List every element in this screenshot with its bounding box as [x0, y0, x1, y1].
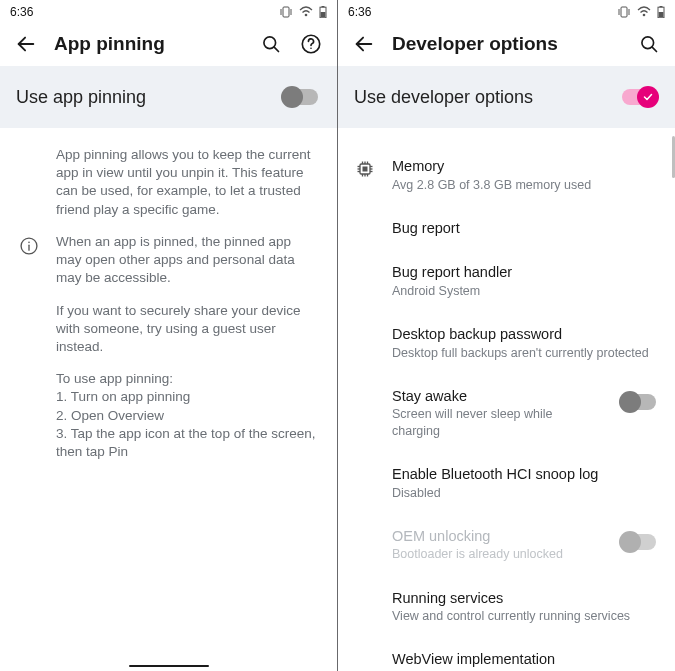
- page-title: Developer options: [392, 33, 621, 55]
- list-item-trailing: [619, 527, 659, 553]
- list-item-body: Bug report handlerAndroid System: [392, 263, 659, 299]
- info-paragraph: When an app is pinned, the pinned app ma…: [56, 233, 319, 288]
- list-item-title: Desktop backup password: [392, 325, 659, 344]
- list-item-subtitle: View and control currently running servi…: [392, 608, 659, 624]
- master-toggle-label: Use app pinning: [16, 87, 281, 108]
- svg-rect-26: [363, 167, 368, 172]
- list-item-title: Stay awake: [392, 387, 603, 406]
- svg-point-11: [310, 47, 312, 49]
- status-bar: 6:36: [338, 0, 675, 22]
- list-item-subtitle: Screen will never sleep while charging: [392, 406, 603, 439]
- svg-rect-15: [621, 7, 627, 17]
- info-text: App pinning allows you to keep the curre…: [56, 146, 319, 461]
- master-toggle-switch[interactable]: [619, 86, 659, 108]
- list-item-body: Desktop backup passwordDesktop full back…: [392, 325, 659, 361]
- list-item-title: Bug report handler: [392, 263, 659, 282]
- list-item-trailing: [619, 387, 659, 413]
- info-paragraph: 3. Tap the app icon at the top of the sc…: [56, 425, 319, 461]
- list-item-title: Enable Bluetooth HCI snoop log: [392, 465, 659, 484]
- info-block: App pinning allows you to keep the curre…: [0, 128, 337, 479]
- settings-list-item[interactable]: Running servicesView and control current…: [338, 576, 675, 638]
- list-item-title: OEM unlocking: [392, 527, 603, 546]
- list-item-body: Stay awakeScreen will never sleep while …: [392, 387, 603, 439]
- settings-list-item[interactable]: Stay awakeScreen will never sleep while …: [338, 374, 675, 452]
- master-toggle-switch[interactable]: [281, 86, 321, 108]
- list-item-leading: [354, 219, 376, 221]
- vibrate-icon: [279, 6, 293, 18]
- home-indicator[interactable]: [129, 665, 209, 667]
- svg-point-14: [28, 242, 30, 244]
- settings-list-item[interactable]: Desktop backup passwordDesktop full back…: [338, 312, 675, 374]
- list-item-leading: [354, 325, 376, 327]
- status-icons: [279, 6, 327, 18]
- battery-icon: [657, 6, 665, 18]
- settings-list-item[interactable]: Bug report handlerAndroid System: [338, 250, 675, 312]
- list-item-leading: [354, 465, 376, 467]
- search-button[interactable]: [259, 32, 283, 56]
- svg-line-24: [652, 47, 656, 51]
- app-bar: Developer options: [338, 22, 675, 66]
- list-item-subtitle: Disabled: [392, 485, 659, 501]
- settings-pane-developer-options: 6:36 Developer options: [338, 0, 675, 671]
- battery-icon: [319, 6, 327, 18]
- list-item-body: Running servicesView and control current…: [392, 589, 659, 625]
- wifi-icon: [637, 6, 651, 18]
- info-paragraph: 1. Turn on app pinning: [56, 388, 319, 406]
- info-icon: [18, 146, 40, 461]
- wifi-icon: [299, 6, 313, 18]
- master-toggle-label: Use developer options: [354, 87, 619, 108]
- settings-pane-app-pinning: 6:36 App pinning: [0, 0, 338, 671]
- back-button[interactable]: [352, 32, 376, 56]
- list-item-title: WebView implementation: [392, 650, 659, 669]
- list-item-body: WebView implementationAndroid System Web…: [392, 650, 659, 671]
- list-item-body: Bug report: [392, 219, 659, 238]
- settings-list-item[interactable]: Enable Bluetooth HCI snoop logDisabled: [338, 452, 675, 514]
- list-item-title: Memory: [392, 157, 659, 176]
- list-item-body: OEM unlockingBootloader is already unloc…: [392, 527, 603, 563]
- list-item-subtitle: Avg 2.8 GB of 3.8 GB memory used: [392, 177, 659, 193]
- svg-point-18: [643, 14, 646, 17]
- list-item-body: MemoryAvg 2.8 GB of 3.8 GB memory used: [392, 157, 659, 193]
- status-time: 6:36: [348, 5, 617, 19]
- svg-point-3: [305, 14, 308, 17]
- list-item-subtitle: Bootloader is already unlocked: [392, 546, 603, 562]
- list-item-leading: [354, 263, 376, 265]
- list-item-subtitle: Desktop full backups aren't currently pr…: [392, 345, 659, 361]
- status-icons: [617, 6, 665, 18]
- svg-rect-0: [283, 7, 289, 17]
- settings-list-item[interactable]: OEM unlockingBootloader is already unloc…: [338, 514, 675, 576]
- list-item-title: Bug report: [392, 219, 659, 238]
- svg-rect-21: [659, 12, 664, 17]
- status-bar: 6:36: [0, 0, 337, 22]
- content-area: App pinning allows you to keep the curre…: [0, 128, 337, 671]
- list-item-leading: [354, 387, 376, 389]
- settings-list-item[interactable]: MemoryAvg 2.8 GB of 3.8 GB memory used: [338, 144, 675, 206]
- settings-list-item[interactable]: WebView implementationAndroid System Web…: [338, 637, 675, 671]
- list-item-subtitle: Android System: [392, 283, 659, 299]
- info-paragraph: If you want to securely share your devic…: [56, 302, 319, 357]
- info-paragraph: 2. Open Overview: [56, 407, 319, 425]
- help-button[interactable]: [299, 32, 323, 56]
- settings-list[interactable]: MemoryAvg 2.8 GB of 3.8 GB memory usedBu…: [338, 128, 675, 671]
- toggle-switch[interactable]: [619, 391, 659, 413]
- search-button[interactable]: [637, 32, 661, 56]
- vibrate-icon: [617, 6, 631, 18]
- info-paragraph: To use app pinning:: [56, 370, 319, 388]
- list-item-leading: [354, 589, 376, 591]
- info-paragraph: App pinning allows you to keep the curre…: [56, 146, 319, 219]
- page-title: App pinning: [54, 33, 243, 55]
- back-button[interactable]: [14, 32, 38, 56]
- settings-list-item[interactable]: Bug report: [338, 206, 675, 251]
- list-item-body: Enable Bluetooth HCI snoop logDisabled: [392, 465, 659, 501]
- toggle-switch: [619, 531, 659, 553]
- list-item-title: Running services: [392, 589, 659, 608]
- list-item-leading: [354, 527, 376, 529]
- svg-rect-6: [321, 12, 326, 17]
- memory-icon: [354, 157, 376, 179]
- master-toggle-row[interactable]: Use app pinning: [0, 66, 337, 128]
- status-time: 6:36: [10, 5, 279, 19]
- app-bar: App pinning: [0, 22, 337, 66]
- svg-line-9: [274, 47, 278, 51]
- master-toggle-row[interactable]: Use developer options: [338, 66, 675, 128]
- list-item-leading: [354, 650, 376, 652]
